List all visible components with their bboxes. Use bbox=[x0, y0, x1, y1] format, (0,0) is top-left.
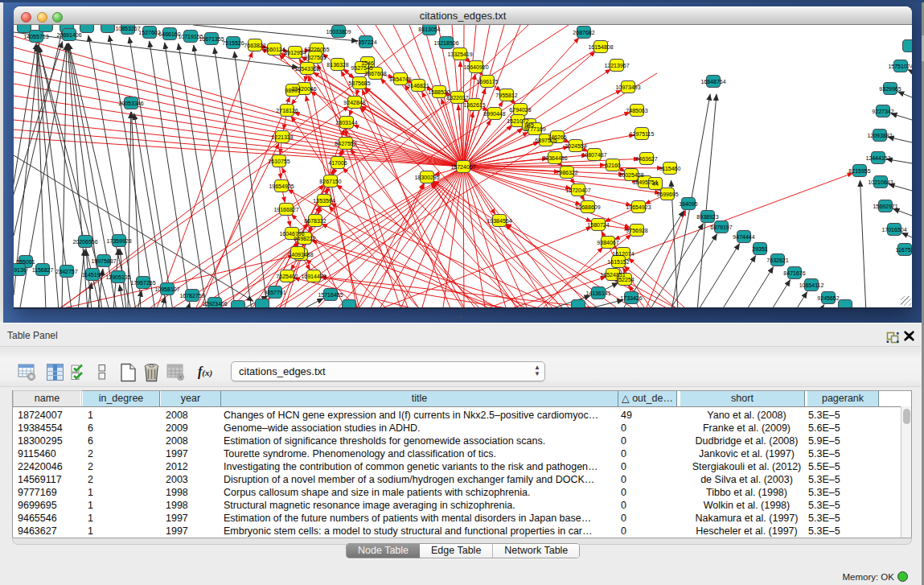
svg-text:9327505: 9327505 bbox=[304, 55, 326, 60]
svg-text:16154808: 16154808 bbox=[588, 44, 613, 50]
svg-text:19218506: 19218506 bbox=[433, 40, 458, 46]
svg-text:16671355: 16671355 bbox=[199, 36, 224, 42]
svg-text:1527602: 1527602 bbox=[138, 30, 160, 35]
svg-text:17359928: 17359928 bbox=[106, 238, 131, 244]
svg-text:7515526: 7515526 bbox=[222, 40, 244, 46]
svg-text:15720407: 15720407 bbox=[565, 187, 590, 193]
svg-text:29351: 29351 bbox=[752, 246, 768, 252]
svg-text:12213967: 12213967 bbox=[604, 63, 629, 68]
svg-text:555061: 555061 bbox=[16, 259, 35, 265]
svg-text:8427552: 8427552 bbox=[335, 141, 356, 146]
svg-text:10853267: 10853267 bbox=[115, 26, 140, 31]
svg-text:6794028: 6794028 bbox=[509, 107, 531, 113]
svg-text:6879197: 6879197 bbox=[710, 225, 732, 230]
svg-text:19975887: 19975887 bbox=[91, 258, 116, 264]
svg-text:17957255: 17957255 bbox=[130, 280, 155, 286]
svg-text:9498222: 9498222 bbox=[294, 236, 315, 241]
svg-text:8813054: 8813054 bbox=[418, 27, 440, 32]
svg-text:20206556: 20206556 bbox=[72, 239, 97, 245]
svg-text:417006: 417006 bbox=[328, 160, 347, 166]
svg-text:1362615: 1362615 bbox=[463, 102, 485, 108]
svg-text:9115460: 9115460 bbox=[659, 166, 681, 171]
svg-text:16782759: 16782759 bbox=[179, 293, 204, 299]
svg-text:17016504: 17016504 bbox=[881, 227, 906, 233]
svg-text:14093488: 14093488 bbox=[288, 252, 313, 257]
svg-text:1156827: 1156827 bbox=[32, 267, 54, 273]
svg-text:1221338: 1221338 bbox=[271, 134, 293, 140]
svg-text:15751074: 15751074 bbox=[888, 64, 912, 69]
svg-text:1353594: 1353594 bbox=[313, 198, 335, 204]
svg-text:9527545: 9527545 bbox=[351, 65, 372, 71]
svg-text:14055713: 14055713 bbox=[23, 34, 48, 39]
svg-text:2803144: 2803144 bbox=[335, 120, 357, 126]
svg-text:16640910: 16640910 bbox=[463, 64, 488, 70]
svg-text:12444153: 12444153 bbox=[865, 155, 890, 161]
svg-text:16914479: 16914479 bbox=[301, 274, 326, 279]
svg-text:1615152: 1615152 bbox=[607, 259, 629, 265]
svg-text:19384554: 19384554 bbox=[487, 218, 511, 224]
svg-text:16543362: 16543362 bbox=[294, 66, 319, 72]
svg-text:19654923: 19654923 bbox=[626, 204, 651, 210]
svg-text:12905135: 12905135 bbox=[105, 274, 130, 280]
svg-text:44: 44 bbox=[652, 181, 659, 187]
svg-text:98901: 98901 bbox=[285, 88, 301, 93]
svg-text:7632621: 7632621 bbox=[766, 257, 788, 263]
svg-text:10025438: 10025438 bbox=[618, 172, 643, 178]
svg-text:10807487: 10807487 bbox=[581, 152, 606, 158]
svg-text:10210643: 10210643 bbox=[868, 179, 893, 185]
svg-text:9699695: 9699695 bbox=[656, 192, 678, 197]
svg-text:1588520: 1588520 bbox=[428, 89, 450, 95]
svg-text:12975115: 12975115 bbox=[630, 131, 655, 137]
svg-text:252254: 252254 bbox=[615, 277, 634, 282]
svg-text:16648764: 16648764 bbox=[700, 79, 725, 84]
svg-text:9777169: 9777169 bbox=[524, 126, 545, 132]
svg-text:5875685: 5875685 bbox=[348, 80, 370, 86]
svg-text:1612074: 1612074 bbox=[612, 251, 634, 257]
svg-text:8912954: 8912954 bbox=[284, 50, 306, 56]
svg-text:19166827: 19166827 bbox=[273, 207, 298, 212]
svg-text:18300295: 18300295 bbox=[414, 175, 439, 180]
svg-text:9756928: 9756928 bbox=[626, 228, 647, 233]
svg-text:1145194: 1145194 bbox=[82, 272, 104, 278]
svg-text:116753: 116753 bbox=[896, 247, 912, 253]
svg-text:9660124: 9660124 bbox=[263, 47, 285, 52]
svg-text:12093882: 12093882 bbox=[867, 133, 892, 138]
svg-text:10654112: 10654112 bbox=[799, 282, 824, 288]
svg-text:7986322: 7986322 bbox=[556, 170, 577, 175]
svg-text:10688609: 10688609 bbox=[575, 204, 600, 210]
svg-text:15716485: 15716485 bbox=[318, 292, 343, 298]
svg-text:3024554: 3024554 bbox=[565, 143, 586, 149]
svg-text:9474444: 9474444 bbox=[733, 234, 754, 240]
svg-text:8136328: 8136328 bbox=[326, 62, 348, 68]
svg-text:746266: 746266 bbox=[548, 134, 566, 140]
svg-text:62160: 62160 bbox=[605, 163, 621, 168]
svg-text:8678332: 8678332 bbox=[304, 218, 326, 224]
svg-text:8267150: 8267150 bbox=[319, 179, 341, 184]
svg-text:2687682: 2687682 bbox=[573, 30, 594, 35]
svg-text:8938923: 8938923 bbox=[696, 214, 718, 220]
svg-text:1610755: 1610755 bbox=[268, 159, 290, 164]
svg-text:12923466: 12923466 bbox=[202, 301, 227, 307]
svg-text:7485063: 7485063 bbox=[626, 108, 647, 113]
svg-text:10958107: 10958107 bbox=[154, 286, 179, 292]
svg-text:1733426: 1733426 bbox=[620, 295, 642, 301]
svg-text:7625402: 7625402 bbox=[276, 274, 298, 279]
svg-text:10973493: 10973493 bbox=[615, 84, 640, 90]
svg-text:9857791: 9857791 bbox=[264, 290, 285, 295]
svg-text:9146821: 9146821 bbox=[407, 83, 429, 89]
svg-text:8471676: 8471676 bbox=[783, 270, 805, 276]
svg-text:8322037: 8322037 bbox=[446, 95, 468, 101]
svg-text:7955812: 7955812 bbox=[495, 93, 517, 98]
svg-text:13325419: 13325419 bbox=[447, 51, 472, 57]
svg-text:15692971: 15692971 bbox=[873, 204, 897, 209]
svg-text:2367608: 2367608 bbox=[364, 71, 386, 76]
svg-text:14136141: 14136141 bbox=[585, 290, 610, 296]
svg-text:9245652: 9245652 bbox=[817, 295, 839, 301]
svg-text:8454749: 8454749 bbox=[389, 76, 411, 82]
svg-text:2342757: 2342757 bbox=[55, 269, 77, 274]
svg-text:1696175: 1696175 bbox=[476, 79, 498, 84]
svg-text:20691406: 20691406 bbox=[56, 32, 81, 38]
svg-text:20053346: 20053346 bbox=[118, 101, 143, 106]
svg-text:9227342: 9227342 bbox=[872, 109, 893, 114]
svg-text:9329965: 9329965 bbox=[879, 86, 901, 92]
